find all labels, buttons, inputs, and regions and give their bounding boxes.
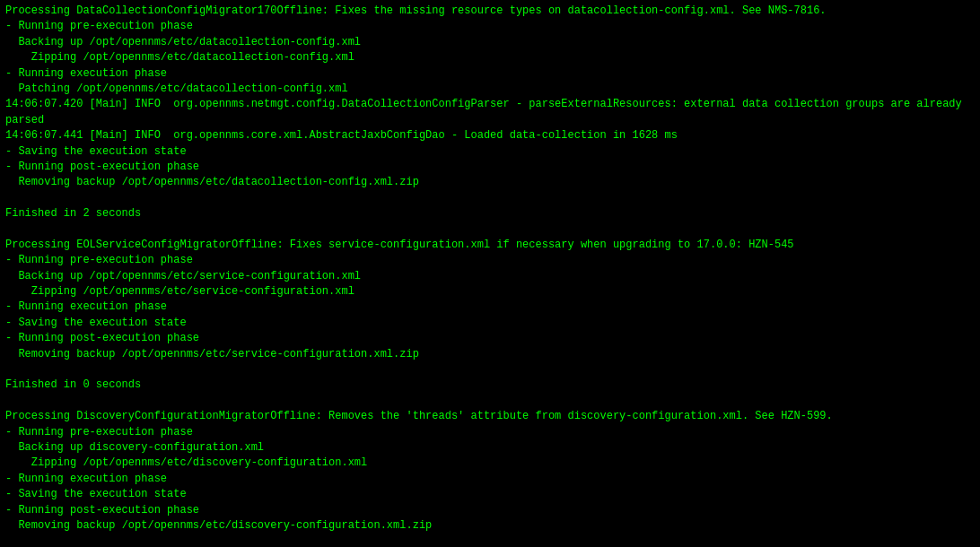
terminal-output: Processing DataCollectionConfigMigrator1…	[5, 4, 975, 547]
